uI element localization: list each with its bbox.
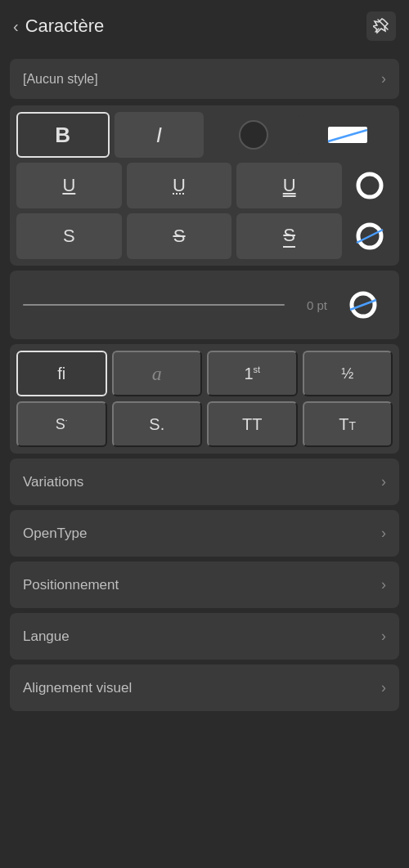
opentype-section[interactable]: OpenType › [10,510,399,557]
mixed-caps-button[interactable]: TT [303,401,393,447]
strikethrough-button[interactable]: S [16,213,122,259]
variations-section[interactable]: Variations › [10,459,399,505]
format-row-2: U U U [16,163,393,208]
underline-button[interactable]: U [16,163,122,208]
header: ‹ Caractère [0,0,409,52]
alignement-chevron-icon: › [381,679,386,696]
ligature-button[interactable]: fi [16,351,107,396]
period-button[interactable]: S. [112,401,203,447]
langue-label: Langue [23,629,70,645]
header-left: ‹ Caractère [13,16,104,37]
format-row-3: S S S [16,213,393,259]
pin-button[interactable] [366,11,396,41]
underline-double-button[interactable]: U [236,163,342,208]
tracking-slider[interactable] [23,304,285,306]
features-section: fi a 1st ½ S· S. TT TT [10,344,399,454]
strikethrough-s-button[interactable]: S [127,213,232,259]
underline-dotted-button[interactable]: U [127,163,232,208]
svg-point-3 [366,182,373,189]
bold-button[interactable]: B [16,112,110,158]
fraction-button[interactable]: ½ [303,351,393,396]
ring-icon-3 [347,289,380,321]
stroke-button[interactable] [303,112,393,158]
ring-icon-1 [353,169,386,202]
strikethrough-double-button[interactable]: S [236,213,342,259]
tracking-value: 0 pt [294,298,327,312]
color-picker-button[interactable] [209,112,299,158]
langue-chevron-icon: › [381,628,386,645]
alignement-label: Alignement visuel [23,680,132,696]
page-title: Caractère [25,16,105,37]
ring-button-2[interactable] [347,213,393,259]
style-section-1: B I U U U [10,105,399,266]
color-circle [239,120,268,150]
small-caps-button[interactable]: S· [16,401,107,447]
ordinal-button[interactable]: 1st [207,351,298,396]
ring-button-3[interactable] [340,282,386,328]
positionnement-chevron-icon: › [381,576,386,593]
stroke-preview-icon [326,123,369,146]
all-caps-button[interactable]: TT [207,401,298,447]
opentype-chevron-icon: › [381,525,386,542]
style-chevron-icon: › [381,70,386,87]
ring-button-1[interactable] [347,163,393,208]
variations-chevron-icon: › [381,473,386,490]
back-button[interactable]: ‹ [13,17,19,36]
features-row-1: fi a 1st ½ [16,351,393,396]
format-row-1: B I [16,112,393,158]
tracking-section: 0 pt [10,271,399,339]
ring-icon-2 [353,220,386,253]
pin-icon [373,18,389,34]
langue-section[interactable]: Langue › [10,613,399,660]
positionnement-section[interactable]: Positionnement › [10,562,399,608]
style-selector[interactable]: [Aucun style] › [10,59,399,99]
italic-button[interactable]: I [115,112,204,158]
alignement-section[interactable]: Alignement visuel › [10,664,399,711]
features-row-2: S· S. TT TT [16,401,393,447]
positionnement-label: Positionnement [23,577,119,593]
variations-label: Variations [23,474,83,490]
italic-a-button[interactable]: a [112,351,203,396]
opentype-label: OpenType [23,526,87,542]
style-selector-label: [Aucun style] [23,72,98,87]
